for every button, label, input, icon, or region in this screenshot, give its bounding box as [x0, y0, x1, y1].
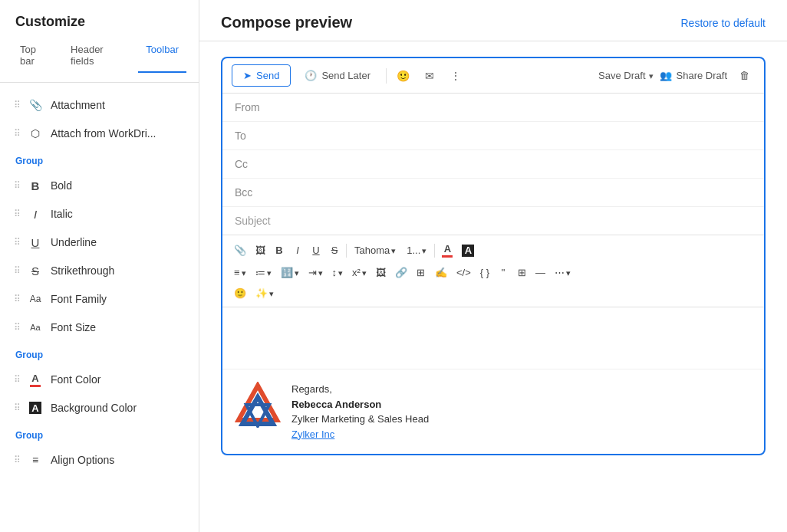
font-family-icon: Aa [28, 291, 43, 307]
attach-workdrive-label: Attach from WorkDri... [51, 127, 156, 140]
tab-topbar[interactable]: Top bar [12, 39, 60, 73]
rt-italic-button[interactable]: I [289, 241, 306, 259]
template-button[interactable]: ✉ [419, 65, 440, 87]
ss-chevron [362, 267, 367, 278]
rich-toolbar-row-1: 📎 🖼 B I U S Tahoma 1... [230, 240, 756, 261]
sidebar-item-italic[interactable]: ⠿ I Italic [6, 200, 193, 228]
font-color-icon: A [28, 372, 43, 387]
from-field: From [222, 94, 764, 122]
rt-bg-color-button[interactable]: A [458, 241, 478, 260]
drag-handle[interactable]: ⠿ [14, 322, 20, 333]
sidebar-item-font-size[interactable]: ⠿ Aa Font Size [6, 314, 193, 341]
rt-font-color-button[interactable]: A [438, 240, 456, 261]
underline-icon: U [28, 235, 43, 250]
sidebar-item-bg-color[interactable]: ⠿ A Background Color [6, 394, 193, 422]
delete-button[interactable]: 🗑 [733, 65, 755, 87]
rt-indent-button[interactable]: ⇥ [305, 264, 327, 281]
compose-box: ➤ Send 🕐 Send Later 🙂 ✉ ⋮ Save Draft [221, 57, 766, 455]
sidebar-item-attachment[interactable]: ⠿ 📎 Attachment [6, 91, 193, 119]
rt-image-button[interactable]: 🖼 [252, 241, 269, 259]
drag-handle[interactable]: ⠿ [14, 237, 20, 248]
rt-table2-button[interactable]: ⊞ [513, 264, 530, 281]
ol-chevron [295, 267, 299, 278]
rt-blockquote-button[interactable]: " [495, 264, 512, 281]
rt-align-button[interactable]: ≡ [230, 264, 250, 281]
align-chevron [242, 267, 246, 278]
group-label-formatting: Group [0, 148, 199, 171]
rt-list-button[interactable]: ≔ [252, 264, 275, 281]
font-family-selector[interactable]: Tahoma [350, 242, 400, 258]
rt-super-sub-button[interactable]: x² [348, 264, 370, 281]
send-label: Send [256, 70, 279, 81]
save-draft-button[interactable]: Save Draft [598, 70, 653, 81]
rt-emoji-button[interactable]: 🙂 [230, 284, 250, 302]
emoji-button[interactable]: 🙂 [393, 65, 414, 87]
rt-code-block-button[interactable]: { } [476, 264, 493, 281]
drag-handle[interactable]: ⠿ [14, 455, 20, 465]
drag-handle[interactable]: ⠿ [14, 100, 20, 110]
drag-handle[interactable]: ⠿ [14, 265, 20, 276]
rt-bold-button[interactable]: B [271, 241, 288, 259]
rt-table-button[interactable]: ⊞ [413, 264, 430, 281]
rt-ordered-list-button[interactable]: 🔢 [277, 264, 303, 281]
sidebar-item-font-family[interactable]: ⠿ Aa Font Family [6, 285, 193, 313]
italic-label: Italic [51, 208, 73, 220]
rt-image-insert-button[interactable]: 🖼 [372, 264, 390, 281]
cc-input[interactable] [262, 158, 752, 170]
group-label-align: Group [0, 422, 199, 445]
rt-underline-button[interactable]: U [308, 241, 324, 259]
subject-label: Subject [235, 215, 271, 227]
tab-toolbar[interactable]: Toolbar [138, 39, 186, 73]
rich-text-toolbar: 📎 🖼 B I U S Tahoma 1... [222, 235, 764, 307]
bg-color-icon: A [28, 400, 43, 415]
rt-hr-button[interactable]: — [532, 264, 549, 281]
sidebar-item-bold[interactable]: ⠿ B Bold [6, 172, 193, 199]
share-draft-label: Share Draft [677, 70, 727, 81]
sig-company-link[interactable]: Zylker Inc [291, 429, 334, 440]
italic-icon: I [28, 206, 43, 222]
sidebar-item-attach-workdrive[interactable]: ⠿ ⬡ Attach from WorkDri... [6, 120, 193, 147]
sidebar-item-strikethrough[interactable]: ⠿ S Strikethrough [6, 257, 193, 284]
rt-more-button[interactable]: ⋯ [551, 264, 575, 281]
send-later-button[interactable]: 🕐 Send Later [295, 65, 380, 86]
workdrive-icon: ⬡ [28, 126, 43, 141]
rt-ai-button[interactable]: ✨ [252, 284, 278, 302]
drag-handle[interactable]: ⠿ [14, 402, 20, 413]
more-options-button[interactable]: ⋮ [445, 65, 466, 87]
attachment-label: Attachment [51, 99, 105, 111]
rt-bg-color-icon: A [462, 245, 474, 257]
chevron-down-icon [649, 70, 654, 81]
main-content: Compose preview Restore to default ➤ Sen… [199, 0, 787, 532]
sidebar-item-align[interactable]: ⠿ ≡ Align Options [6, 446, 193, 474]
compose-area: ➤ Send 🕐 Send Later 🙂 ✉ ⋮ Save Draft [199, 41, 787, 532]
tab-headerfields[interactable]: Header fields [63, 39, 135, 73]
clock-icon: 🕐 [305, 70, 317, 81]
font-size-selector[interactable]: 1... [402, 242, 431, 258]
sidebar-item-font-color[interactable]: ⠿ A Font Color [6, 366, 193, 393]
lh-chevron [338, 267, 343, 278]
send-button[interactable]: ➤ Send [232, 64, 291, 87]
sidebar-item-underline[interactable]: ⠿ U Underline [6, 228, 193, 256]
rt-attach-button[interactable]: 📎 [230, 241, 250, 259]
email-body[interactable] [222, 307, 764, 369]
compose-top-toolbar: ➤ Send 🕐 Send Later 🙂 ✉ ⋮ Save Draft [222, 58, 764, 94]
to-input[interactable] [262, 130, 752, 142]
rt-link-button[interactable]: 🔗 [391, 264, 411, 281]
top-right-actions: Save Draft 👥 Share Draft 🗑 [598, 65, 755, 87]
share-draft-button[interactable]: 👥 Share Draft [660, 70, 727, 81]
sidebar: Customize Top bar Header fields Toolbar … [0, 0, 199, 532]
group-label-color: Group [0, 342, 199, 365]
drag-handle[interactable]: ⠿ [14, 209, 20, 219]
rt-strikethrough-button[interactable]: S [326, 241, 343, 259]
signature-text: Regards, Rebecca Anderson Zylker Marketi… [291, 382, 429, 442]
rt-code-button[interactable]: </> [453, 264, 475, 281]
rt-line-height-button[interactable]: ↕ [328, 264, 347, 281]
drag-handle[interactable]: ⠿ [14, 374, 20, 385]
drag-handle[interactable]: ⠿ [14, 294, 20, 304]
sidebar-title: Customize [0, 0, 199, 39]
bcc-input[interactable] [262, 186, 752, 199]
restore-default-link[interactable]: Restore to default [680, 17, 766, 29]
drag-handle[interactable]: ⠿ [14, 180, 20, 191]
drag-handle[interactable]: ⠿ [14, 128, 20, 139]
rt-signature-button[interactable]: ✍ [431, 264, 451, 281]
